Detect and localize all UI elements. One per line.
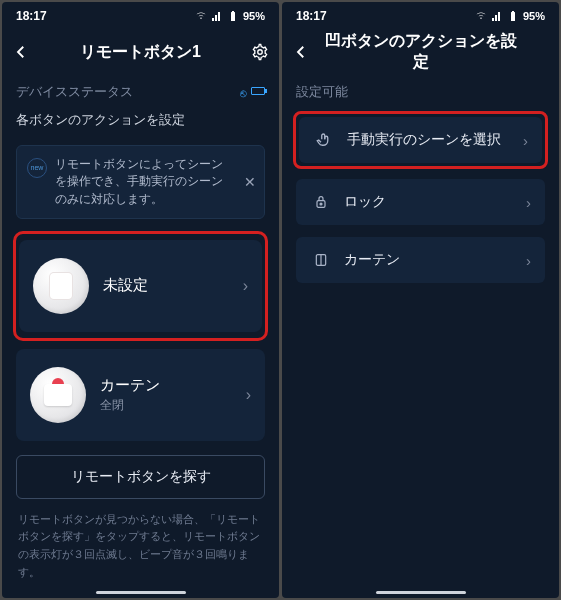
back-button[interactable] [12,43,40,61]
action-row-curtain[interactable]: カーテン › [296,237,545,283]
battery-icon [507,10,519,22]
button-config-row-curtain[interactable]: カーテン 全閉 › [16,349,265,441]
status-time: 18:17 [16,9,47,23]
svg-point-0 [258,50,263,55]
row-title: カーテン [100,376,246,395]
row-title: 未設定 [103,276,243,295]
row-text: 未設定 [103,276,243,295]
curtain-icon [310,251,332,269]
wifi-icon [475,10,487,22]
settings-button[interactable] [241,43,269,61]
chevron-right-icon: › [246,386,251,404]
status-battery: 95% [243,10,265,22]
section-label-text: 設定可能 [296,84,348,101]
signal-icon [211,10,223,22]
device-status-icons: ⎋ [240,87,265,99]
action-row-manual-scene[interactable]: 手動実行のシーンを選択 › [299,117,542,163]
status-bar: 18:17 95% [2,2,279,30]
hint-text: リモートボタンが見つからない場合、「リモートボタンを探す」をタップすると、リモー… [2,507,279,585]
chevron-right-icon: › [523,132,528,149]
highlight-box: 未設定 › [13,231,268,341]
wifi-icon [195,10,207,22]
status-time: 18:17 [296,9,327,23]
device-status-label: デバイスステータス [16,84,133,101]
signal-icon [491,10,503,22]
button-config-row-unset[interactable]: 未設定 › [19,240,262,332]
phone-left: 18:17 95% リモートボタン1 デバイスステータス ⎋ 各ボタンのアクショ… [2,2,279,598]
row-subtitle: 全閉 [100,397,246,414]
status-bar: 18:17 95% [282,2,559,30]
close-icon[interactable]: ✕ [244,171,256,192]
device-status-row[interactable]: デバイスステータス ⎋ [2,74,279,107]
back-button[interactable] [292,43,320,61]
chevron-right-icon: › [526,252,531,269]
status-indicators: 95% [475,10,545,22]
phone-right: 18:17 95% 凹ボタンのアクションを設定 設定可能 手動実行のシーンを選択… [282,2,559,598]
new-badge-icon: new [27,158,47,178]
home-indicator[interactable] [376,591,466,594]
curtain-device-icon [30,367,86,423]
page-title: 凹ボタンのアクションを設定 [320,31,521,73]
row-label: カーテン [344,251,526,269]
row-label: 手動実行のシーンを選択 [347,131,523,149]
action-row-lock[interactable]: ロック › [296,179,545,225]
device-battery-icon [251,87,265,95]
bluetooth-icon: ⎋ [240,87,247,99]
highlight-box: 手動実行のシーンを選択 › [293,111,548,169]
svg-point-2 [320,203,322,205]
status-indicators: 95% [195,10,265,22]
battery-icon [227,10,239,22]
tap-icon [313,131,335,149]
row-label: ロック [344,193,526,211]
find-remote-button[interactable]: リモートボタンを探す [16,455,265,499]
home-indicator[interactable] [96,591,186,594]
status-battery: 95% [523,10,545,22]
chevron-right-icon: › [526,194,531,211]
lock-icon [310,193,332,211]
button-device-icon [33,258,89,314]
info-text: リモートボタンによってシーンを操作でき、手動実行のシーンのみに対応します。 [55,158,223,205]
row-text: カーテン 全閉 [100,376,246,414]
page-header: リモートボタン1 [2,30,279,74]
section-label: 各ボタンのアクションを設定 [2,107,279,139]
page-header: 凹ボタンのアクションを設定 [282,30,559,74]
chevron-right-icon: › [243,277,248,295]
gear-icon [251,43,269,61]
info-banner: new リモートボタンによってシーンを操作でき、手動実行のシーンのみに対応します… [16,145,265,219]
page-title: リモートボタン1 [40,42,241,63]
section-label: 設定可能 [282,74,559,107]
